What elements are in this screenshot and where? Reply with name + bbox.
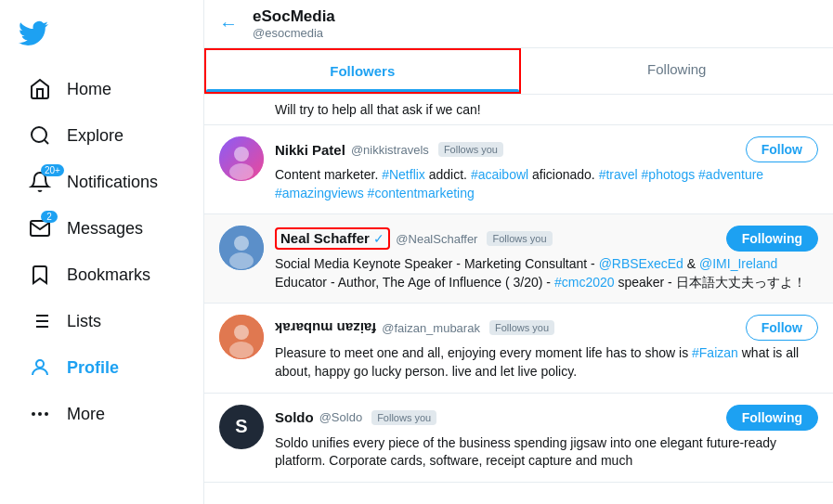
bell-icon: 20+ [28,170,52,194]
svg-point-17 [229,252,254,269]
follows-you-badge: Follows you [489,320,554,335]
sidebar-item-lists[interactable]: Lists [9,300,194,342]
mail-icon: 2 [28,216,52,240]
sidebar-item-explore[interactable]: Explore [9,114,194,157]
follower-name: faizan mubarak [275,320,376,336]
svg-point-10 [46,413,47,415]
follow-button[interactable]: Follow [746,315,818,341]
avatar [219,315,264,359]
sidebar-item-more-label: More [67,405,105,424]
tab-followers[interactable]: Followers [204,48,521,94]
avatar: S [219,405,264,449]
more-icon [28,402,52,426]
follows-you-badge: Follows you [438,142,503,157]
list-icon [28,309,52,333]
tab-following-label: Following [647,61,706,77]
header-username: eSocMedia [253,7,335,26]
back-button[interactable]: ← [219,13,238,34]
avatar-image-placeholder [219,315,264,359]
follower-name-row: Neal Schaffer ✓ @NealSchaffer Follows yo… [275,227,553,250]
follower-handle: @faizan_mubarak [382,321,480,335]
tabs-bar: Followers Following [204,48,833,95]
sidebar-item-profile-label: Profile [67,358,119,378]
svg-point-8 [36,360,44,368]
follower-bio: Soldo unifies every piece of the busines… [275,434,818,471]
following-button[interactable]: Following [726,405,818,431]
profile-icon [28,355,52,380]
sidebar-item-bookmarks-label: Bookmarks [67,265,150,285]
follower-header-row: Neal Schaffer ✓ @NealSchaffer Follows yo… [275,226,818,252]
avatar [219,136,264,181]
follower-details: Nikki Patel @nikkistravels Follows you F… [275,136,818,202]
follower-details: Soldo @Soldo Follows you Following Soldo… [275,405,818,471]
messages-badge: 2 [41,211,58,223]
list-item: faizan mubarak @faizan_mubarak Follows y… [204,304,833,393]
follower-details: faizan mubarak @faizan_mubarak Follows y… [275,315,818,381]
header-user-info: eSocMedia @esocmedia [253,7,335,40]
svg-point-0 [32,127,46,142]
follower-details: Neal Schaffer ✓ @NealSchaffer Follows yo… [275,226,818,291]
follower-name-row: Soldo @Soldo Follows you [275,409,436,425]
explore-icon [28,123,52,148]
tab-followers-label: Followers [330,63,395,79]
follower-handle: @NealSchaffer [396,232,477,246]
avatar-letter: S [235,416,247,437]
follower-header-row: Nikki Patel @nikkistravels Follows you F… [275,136,818,162]
sidebar-item-more[interactable]: More [9,393,194,435]
following-button[interactable]: Following [726,226,818,252]
avatar-image-placeholder [219,136,264,181]
bookmark-icon [28,263,52,287]
sidebar-item-bookmarks[interactable]: Bookmarks [9,253,194,296]
sidebar: Home Explore 20+ Notifications 2 Message… [0,0,204,504]
sidebar-item-messages-label: Messages [67,219,143,239]
follower-handle: @Soldo [319,410,362,424]
svg-point-16 [234,236,249,251]
follower-name: Neal Schaffer [280,230,370,246]
sidebar-item-lists-label: Lists [67,312,101,331]
verified-icon: ✓ [373,231,384,246]
follower-bio: Social Media Keynote Speaker - Marketing… [275,255,818,291]
follower-header-row: faizan mubarak @faizan_mubarak Follows y… [275,315,818,341]
twitter-bird-icon [19,19,48,48]
svg-point-9 [39,413,41,415]
svg-point-11 [33,413,34,415]
list-item: S Soldo @Soldo Follows you Following Sol… [204,394,833,483]
header-handle: @esocmedia [253,26,335,40]
avatar-image-placeholder [219,226,264,270]
follows-you-badge: Follows you [487,231,552,246]
list-item: Nikki Patel @nikkistravels Follows you F… [204,125,833,214]
sidebar-item-home[interactable]: Home [9,68,194,110]
sidebar-item-home-label: Home [67,80,111,99]
follower-name-row: Nikki Patel @nikkistravels Follows you [275,142,503,158]
follow-button[interactable]: Follow [746,136,818,162]
follower-header-row: Soldo @Soldo Follows you Following [275,405,818,431]
follower-handle: @nikkistravels [351,143,429,157]
main-content: ← eSocMedia @esocmedia Followers Followi… [204,0,833,504]
follower-name-outlined: Neal Schaffer ✓ [275,227,390,250]
follower-name-row: faizan mubarak @faizan_mubarak Follows y… [275,320,554,336]
svg-point-13 [234,147,249,162]
svg-point-14 [229,163,254,180]
sidebar-item-messages[interactable]: 2 Messages [9,207,194,250]
sidebar-item-notifications[interactable]: 20+ Notifications [9,161,194,203]
sidebar-item-profile[interactable]: Profile [9,346,194,389]
svg-point-20 [229,342,254,358]
follows-you-badge: Follows you [371,410,436,425]
follower-bio: Pleasure to meet one and all, enjoying e… [275,344,818,381]
followers-list: Will try to help all that ask if we can!… [204,95,833,504]
sidebar-item-notifications-label: Notifications [67,173,158,192]
follower-bio: Content marketer. #Netflix addict. #acai… [275,166,818,202]
tab-following[interactable]: Following [521,48,834,94]
avatar [219,226,264,270]
home-icon [28,77,52,101]
intro-text: Will try to help all that ask if we can! [275,102,481,117]
notifications-badge: 20+ [41,164,64,176]
follower-name: Soldo [275,409,314,425]
svg-point-19 [234,325,249,340]
list-item: Neal Schaffer ✓ @NealSchaffer Follows yo… [204,214,833,304]
twitter-logo[interactable] [0,9,203,66]
svg-line-1 [45,140,48,144]
sidebar-item-explore-label: Explore [67,126,124,146]
follower-name: Nikki Patel [275,142,345,158]
intro-text-row: Will try to help all that ask if we can! [204,95,833,125]
